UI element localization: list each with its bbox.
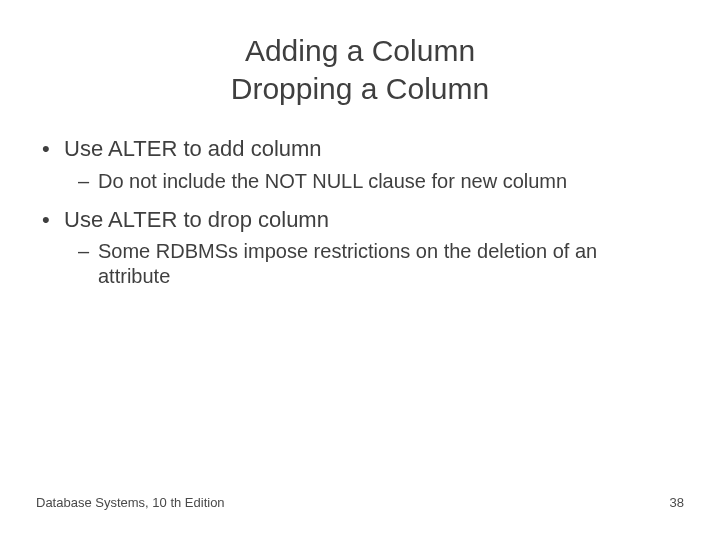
title-line-2: Dropping a Column (231, 72, 489, 105)
slide-title: Adding a Column Dropping a Column (36, 32, 684, 107)
title-line-1: Adding a Column (245, 34, 475, 67)
slide: Adding a Column Dropping a Column Use AL… (0, 0, 720, 540)
footer-source: Database Systems, 10 th Edition (36, 495, 225, 510)
bullet-text: Some RDBMSs impose restrictions on the d… (98, 240, 597, 287)
bullet-text: Use ALTER to drop column (64, 207, 329, 232)
bullet-text: Do not include the NOT NULL clause for n… (98, 170, 567, 192)
bullet-level1: Use ALTER to drop column (64, 206, 684, 234)
bullet-level2: Some RDBMSs impose restrictions on the d… (98, 239, 684, 289)
page-number: 38 (670, 495, 684, 510)
bullet-level1: Use ALTER to add column (64, 135, 684, 163)
slide-footer: Database Systems, 10 th Edition 38 (36, 495, 684, 510)
slide-content: Use ALTER to add column Do not include t… (36, 135, 684, 289)
bullet-level2: Do not include the NOT NULL clause for n… (98, 169, 684, 194)
bullet-text: Use ALTER to add column (64, 136, 322, 161)
